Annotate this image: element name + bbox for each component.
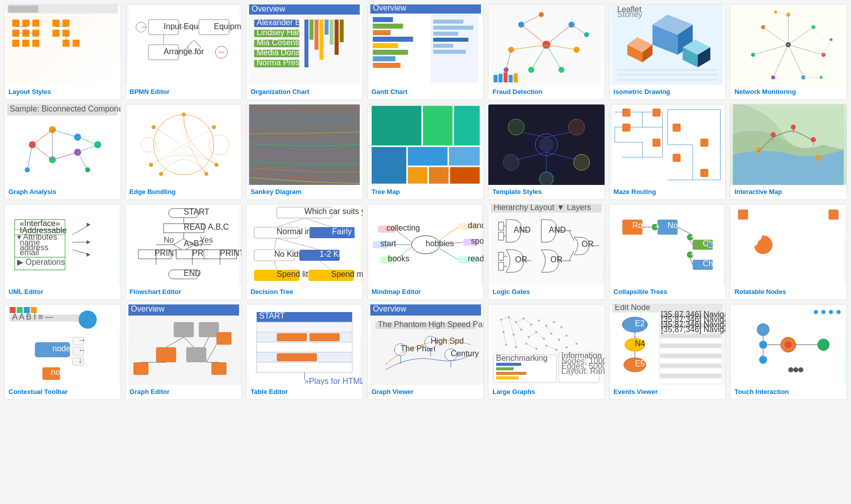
preview-logic: Hierarchy Layout ▼ Layers AND OR <box>488 205 605 285</box>
svg-rect-412 <box>277 333 307 341</box>
card-label-mindmap: Mindmap Editor <box>368 285 484 299</box>
svg-rect-512 <box>660 374 721 378</box>
card-graph-analysis[interactable]: Sample: Biconnected Components <box>4 104 121 200</box>
card-interactive-map[interactable]: Interactive Map <box>730 104 847 200</box>
svg-point-165 <box>151 125 155 129</box>
svg-text:PRINT A: PRINT A <box>220 249 241 257</box>
svg-rect-3 <box>22 20 29 27</box>
card-contextual[interactable]: A A B I ≡ — node1 → ← ↓ node2 Contextual… <box>4 304 121 400</box>
svg-text:start: start <box>380 239 396 248</box>
svg-text:No Kids: No Kids <box>274 250 302 258</box>
preview-rotatable <box>730 205 846 285</box>
svg-rect-57 <box>339 20 344 42</box>
card-large-graphs[interactable]: Information Nodes: 1000 Edges: 5000 Layo… <box>488 304 605 400</box>
svg-rect-140 <box>7 116 118 185</box>
svg-text:collecting: collecting <box>386 224 420 232</box>
card-treemap[interactable]: Tree Map <box>367 104 484 200</box>
card-uml[interactable]: «Interface» IAddressable ▾ Attributes na… <box>4 204 121 300</box>
svg-rect-171 <box>371 106 421 146</box>
svg-rect-480 <box>496 367 514 370</box>
card-label-events: Events Viewer <box>610 385 726 399</box>
card-rotatable[interactable]: Rotatable Nodes <box>730 204 847 300</box>
svg-rect-68 <box>373 63 400 68</box>
svg-text:READ A,B,C: READ A,B,C <box>184 223 229 231</box>
preview-graph-analysis: Sample: Biconnected Components <box>5 105 121 185</box>
card-decision-tree[interactable]: Which car suits you? Normal income Fairl… <box>246 204 363 300</box>
card-graph-editor[interactable]: Overview Graph Editor <box>125 304 242 400</box>
card-flowchart[interactable]: START READ A,B,C A>B? No Yes PRINT C PRI… <box>125 204 242 300</box>
svg-rect-62 <box>373 24 403 29</box>
card-sankey[interactable]: Sankey Diagram <box>246 104 363 200</box>
svg-rect-64 <box>373 37 413 42</box>
svg-rect-479 <box>496 363 522 366</box>
svg-rect-174 <box>371 147 406 184</box>
svg-point-530 <box>829 310 833 314</box>
svg-text:START: START <box>259 312 285 320</box>
svg-text:Mia Cosentino: Mia Cosentino <box>257 38 308 47</box>
card-label-fraud: Fraud Detection <box>488 85 605 99</box>
svg-point-437 <box>538 320 540 322</box>
card-network[interactable]: Network Monitoring <box>730 4 847 100</box>
svg-text:N4: N4 <box>635 339 645 348</box>
card-bpmn-editor[interactable]: Input Equipment Equipment Arrange for BP… <box>125 4 242 100</box>
svg-text:Layout: Random: Layout: Random <box>562 367 605 375</box>
svg-rect-209 <box>652 109 660 117</box>
svg-rect-4 <box>32 20 39 27</box>
card-isometric[interactable]: Leaflet Stoney Isometric Drawing <box>609 4 726 100</box>
svg-text:Century: Century <box>451 349 479 358</box>
svg-point-187 <box>540 172 554 185</box>
svg-text:The Phantom  High Speed  Paris: The Phantom High Speed Parisian Nip Cent… <box>378 320 483 329</box>
svg-text:Overview: Overview <box>373 305 406 313</box>
card-mindmap[interactable]: hobbies collecting start books dancing s… <box>367 204 484 300</box>
svg-rect-176 <box>449 147 480 166</box>
preview-maze <box>610 105 726 185</box>
card-table-editor[interactable]: START »Plays for HTML Table Editor <box>246 304 363 400</box>
card-touch[interactable]: Touch Interaction <box>730 304 847 400</box>
card-label-collapsible: Collapsible Trees <box>610 285 726 299</box>
card-label-interactive-map: Interactive Map <box>730 185 846 199</box>
svg-rect-395 <box>133 362 148 375</box>
svg-point-163 <box>159 172 163 176</box>
svg-point-525 <box>789 367 794 372</box>
svg-rect-482 <box>496 376 519 379</box>
card-grid: Layout Styles Input Equipment Equipment … <box>4 4 847 400</box>
preview-graph-viewer: Overview The Phantom High Speed Parisian… <box>368 305 484 385</box>
svg-rect-98 <box>504 72 508 82</box>
card-org-chart[interactable]: Overview Alexander Burns Lindsey Hart Mi… <box>246 4 363 100</box>
svg-rect-506 <box>660 344 721 348</box>
svg-rect-413 <box>309 333 339 341</box>
svg-text:−: − <box>710 240 715 248</box>
svg-point-449 <box>566 335 568 337</box>
svg-rect-97 <box>499 74 503 82</box>
card-graph-viewer[interactable]: Overview The Phantom High Speed Parisian… <box>367 304 484 400</box>
card-events[interactable]: Edit Node E2 N4 E5 [35,87,346] Navigator… <box>609 304 726 400</box>
card-maze[interactable]: Maze Routing <box>609 104 726 200</box>
svg-text:Arrange for: Arrange for <box>163 47 204 56</box>
svg-rect-396 <box>216 332 231 345</box>
card-edge-bundling[interactable]: Edge Bundling <box>125 104 242 200</box>
card-label-decision-tree: Decision Tree <box>246 285 363 299</box>
svg-text:»Plays for HTML: »Plays for HTML <box>304 377 362 385</box>
svg-text:Spend much on car?: Spend much on car? <box>331 270 362 278</box>
card-logic-gates[interactable]: Hierarchy Layout ▼ Layers AND OR <box>488 204 605 300</box>
svg-text:AND: AND <box>514 226 531 234</box>
svg-rect-99 <box>509 75 513 82</box>
card-label-uml: UML Editor <box>5 285 121 299</box>
svg-rect-71 <box>433 26 473 30</box>
card-collapsible[interactable]: Root Node + + + Child 1 − Child 2 <box>609 204 726 300</box>
svg-point-186 <box>574 154 590 170</box>
svg-text:email: email <box>20 248 39 257</box>
svg-rect-507 <box>660 349 721 353</box>
card-label-touch: Touch Interaction <box>730 385 846 399</box>
svg-rect-179 <box>450 167 480 184</box>
svg-rect-70 <box>433 20 463 24</box>
card-template-styles[interactable]: Template Styles <box>488 104 605 200</box>
card-label-treemap: Tree Map <box>368 185 484 199</box>
svg-rect-54 <box>324 20 328 35</box>
card-gantt[interactable]: Overview Gantt Chart <box>367 4 484 100</box>
svg-rect-315 <box>499 232 504 240</box>
card-fraud[interactable]: Fraud Detection <box>488 4 605 100</box>
card-layout-styles[interactable]: Layout Styles <box>4 4 121 100</box>
preview-gantt: Overview <box>368 5 484 85</box>
svg-rect-96 <box>494 75 498 82</box>
